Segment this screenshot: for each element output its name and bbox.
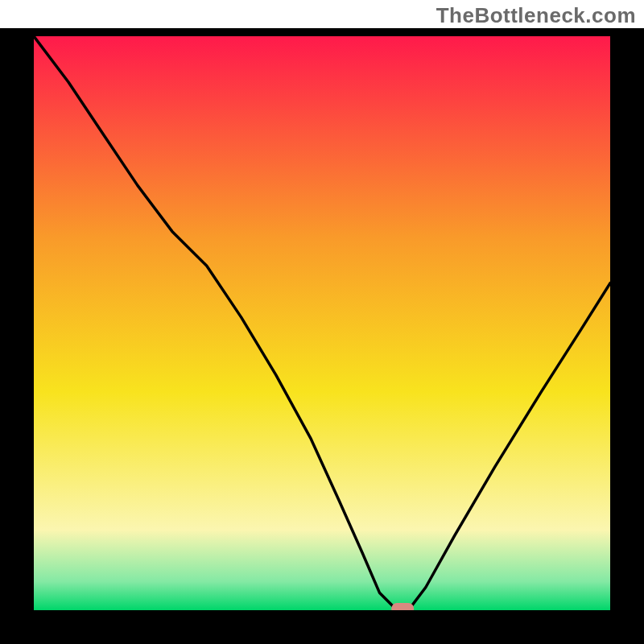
gradient-background — [34, 36, 610, 610]
border-bottom — [0, 610, 644, 644]
chart-frame: TheBottleneck.com — [0, 0, 644, 644]
border-right — [610, 28, 644, 644]
optimal-marker — [391, 603, 414, 610]
plot-svg — [34, 36, 610, 610]
plot-area — [34, 36, 610, 610]
border-left — [0, 28, 34, 644]
watermark-text: TheBottleneck.com — [436, 3, 636, 28]
border-top — [0, 28, 644, 36]
